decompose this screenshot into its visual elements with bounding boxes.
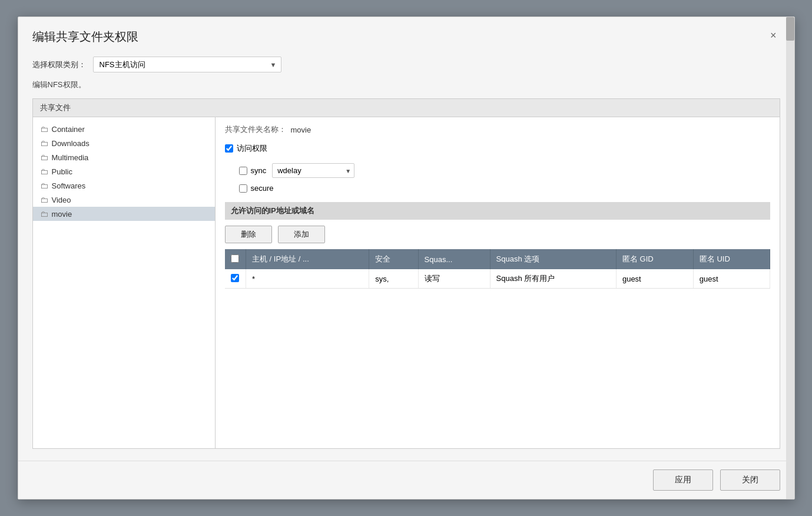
close-icon-btn[interactable]: × <box>767 29 780 42</box>
folder-icon-video: 🗀 <box>40 195 48 204</box>
tree-item-multimedia[interactable]: 🗀 Multimedia <box>33 150 215 164</box>
tree-item-video[interactable]: 🗀 Video <box>33 193 215 207</box>
access-perm-text: 访问权限 <box>237 143 267 154</box>
access-perm-label[interactable]: 访问权限 <box>225 143 267 154</box>
sync-checkbox[interactable] <box>239 167 247 175</box>
row-host-cell: * <box>246 269 369 289</box>
share-name-row: 共享文件夹名称： movie <box>225 124 770 135</box>
col-security-header: 安全 <box>369 249 418 269</box>
tree-item-label: Softwares <box>52 181 86 190</box>
right-panel: 共享文件夹名称： movie 访问权限 <box>216 117 780 448</box>
secure-option-row: secure <box>239 184 770 193</box>
tree-item-container[interactable]: 🗀 Container <box>33 122 215 136</box>
delete-button[interactable]: 删除 <box>225 226 272 243</box>
permission-type-row: 选择权限类别： NFS主机访问 SMB共享权限 FTP权限 ▼ <box>32 57 780 72</box>
folder-icon-public: 🗀 <box>40 167 48 176</box>
col-host-header: 主机 / IP地址 / ... <box>246 249 369 269</box>
close-button[interactable]: 关闭 <box>720 469 780 491</box>
sync-checkbox-label[interactable]: sync <box>239 166 267 175</box>
tree-item-downloads[interactable]: 🗀 Downloads <box>33 136 215 150</box>
sync-select[interactable]: wdelay no_wdelay sync async <box>272 163 354 178</box>
ip-section-header: 允许访问的IP地址或域名 <box>225 202 770 220</box>
scrollbar-thumb[interactable] <box>786 17 794 41</box>
folder-icon-movie: 🗀 <box>40 209 48 219</box>
table-row: * sys, 读写 Squash 所有用户 guest guest <box>225 269 770 289</box>
add-button[interactable]: 添加 <box>278 226 325 243</box>
col-checkbox-header[interactable] <box>225 249 246 269</box>
row-squash-cell: 读写 <box>418 269 490 289</box>
file-tree: 🗀 Container 🗀 Downloads 🗀 Multimedia <box>33 117 216 448</box>
permission-type-select-wrapper: NFS主机访问 SMB共享权限 FTP权限 ▼ <box>93 57 281 72</box>
tree-item-movie[interactable]: 🗀 movie <box>33 207 215 221</box>
ip-table-header-row: 主机 / IP地址 / ... 安全 Squas... Squash 选项 匿名… <box>225 249 770 269</box>
sync-select-wrap: wdelay no_wdelay sync async ▼ <box>272 163 354 178</box>
apply-button[interactable]: 应用 <box>653 469 713 491</box>
tree-item-label: movie <box>52 210 72 219</box>
col-squash-header: Squas... <box>418 249 490 269</box>
folder-icon-container: 🗀 <box>40 124 48 134</box>
row-anon-gid-cell: guest <box>616 269 693 289</box>
tree-item-public[interactable]: 🗀 Public <box>33 164 215 178</box>
panel-body: 🗀 Container 🗀 Downloads 🗀 Multimedia <box>33 117 780 448</box>
sync-label: sync <box>251 166 267 175</box>
panel-header: 共享文件 <box>33 99 780 117</box>
dialog-header: 编辑共享文件夹权限 × <box>18 17 794 51</box>
share-name-value: movie <box>291 125 311 134</box>
dialog-title: 编辑共享文件夹权限 <box>32 29 138 45</box>
overlay: 编辑共享文件夹权限 × 选择权限类别： NFS主机访问 SMB共享权限 FTP权… <box>0 0 812 516</box>
secure-label: secure <box>251 184 274 193</box>
dialog-body: 选择权限类别： NFS主机访问 SMB共享权限 FTP权限 ▼ 编辑NFS权限。… <box>18 51 794 461</box>
options-section: sync wdelay no_wdelay sync async <box>225 163 770 193</box>
share-name-label: 共享文件夹名称： <box>225 124 286 135</box>
ip-table-tbody: * sys, 读写 Squash 所有用户 guest guest <box>225 269 770 289</box>
ip-buttons: 删除 添加 <box>225 226 770 243</box>
select-all-checkbox[interactable] <box>231 254 239 263</box>
secure-checkbox[interactable] <box>239 184 247 193</box>
tree-item-label: Multimedia <box>52 153 89 162</box>
tree-item-softwares[interactable]: 🗀 Softwares <box>33 178 215 193</box>
shared-files-panel: 共享文件 🗀 Container 🗀 Downloads 🗀 <box>32 98 780 449</box>
row-checkbox-cell[interactable] <box>225 269 246 289</box>
permission-type-select[interactable]: NFS主机访问 SMB共享权限 FTP权限 <box>93 57 281 72</box>
folder-icon-softwares: 🗀 <box>40 181 48 190</box>
tree-item-label: Video <box>52 196 71 204</box>
folder-icon-multimedia: 🗀 <box>40 153 48 162</box>
ip-table-thead: 主机 / IP地址 / ... 安全 Squas... Squash 选项 匿名… <box>225 249 770 269</box>
col-anon-gid-header: 匿名 GID <box>616 249 693 269</box>
dialog: 编辑共享文件夹权限 × 选择权限类别： NFS主机访问 SMB共享权限 FTP权… <box>18 16 795 500</box>
row-checkbox[interactable] <box>231 274 239 282</box>
tree-item-label: Container <box>52 125 85 134</box>
scrollbar-track[interactable] <box>786 17 794 499</box>
row-anon-uid-cell: guest <box>693 269 770 289</box>
row-security-cell: sys, <box>369 269 418 289</box>
dialog-footer: 应用 关闭 <box>18 461 794 499</box>
tree-item-label: Public <box>52 167 72 176</box>
col-anon-uid-header: 匿名 UID <box>693 249 770 269</box>
description-text: 编辑NFS权限。 <box>32 80 780 90</box>
row-squash-option-cell: Squash 所有用户 <box>490 269 616 289</box>
sync-option-row: sync wdelay no_wdelay sync async <box>239 163 770 178</box>
col-squash-option-header: Squash 选项 <box>490 249 616 269</box>
ip-table: 主机 / IP地址 / ... 安全 Squas... Squash 选项 匿名… <box>225 249 770 289</box>
access-perm-checkbox[interactable] <box>225 144 233 153</box>
permission-type-label: 选择权限类别： <box>32 59 86 70</box>
folder-icon-downloads: 🗀 <box>40 138 48 148</box>
access-perm-row: 访问权限 <box>225 143 770 154</box>
secure-checkbox-label[interactable]: secure <box>239 184 274 193</box>
tree-item-label: Downloads <box>52 139 90 148</box>
